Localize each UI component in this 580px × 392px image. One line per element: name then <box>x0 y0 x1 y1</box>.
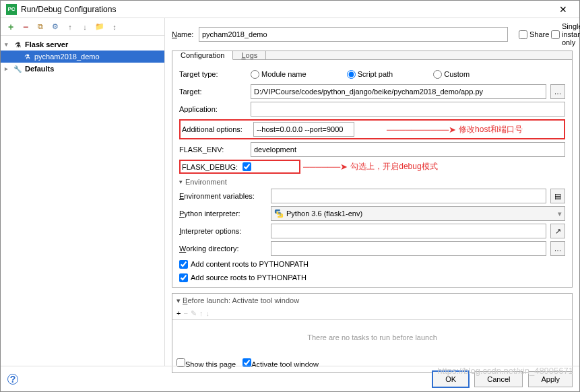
workdir-browse-button[interactable]: … <box>550 241 565 256</box>
chevron-down-icon: ▾ <box>5 41 13 48</box>
add-task-button[interactable]: + <box>176 309 181 318</box>
name-label: Name: <box>172 30 193 38</box>
interpreter-select[interactable]: Python 3.6 (flask1-env) ▾ <box>271 206 565 221</box>
collapse-icon[interactable]: ↕ <box>108 21 121 33</box>
add-config-button[interactable]: + <box>5 21 17 33</box>
interp-opts-input[interactable] <box>271 224 546 238</box>
arrow-icon: ──────➤ <box>300 162 350 172</box>
interpreter-label: Python interpreter: <box>179 209 267 218</box>
flask-debug-checkbox[interactable] <box>243 162 251 171</box>
flask-env-input[interactable] <box>251 142 565 157</box>
annotation-host: 修改host和端口号 <box>459 124 523 135</box>
annotation-debug: 勾选上，开启debug模式 <box>350 161 437 172</box>
task-up-button: ↑ <box>199 309 203 318</box>
expand-button[interactable]: ↗ <box>550 224 565 238</box>
content-roots-checkbox[interactable] <box>179 260 188 269</box>
up-icon[interactable]: ↑ <box>64 21 76 33</box>
before-launch-header[interactable]: ▾ Before launch: Activate tool window <box>172 294 572 308</box>
wrench-icon: 🔧 <box>13 64 22 73</box>
cancel-button[interactable]: Cancel <box>474 371 523 387</box>
window-title: Run/Debug Configurations <box>21 5 552 14</box>
additional-options-input[interactable] <box>253 122 354 137</box>
browse-button[interactable]: … <box>550 84 565 99</box>
copy-config-button[interactable]: ⧉ <box>34 21 46 33</box>
tasks-empty: There are no tasks to run before launch <box>172 319 572 354</box>
share-checkbox[interactable]: Share <box>519 30 540 39</box>
tree-label: Flask server <box>25 40 68 48</box>
chevron-right-icon: ▸ <box>5 65 13 72</box>
flask-debug-label: FLASK_DEBUG: <box>182 163 243 171</box>
tree-flask-server[interactable]: ▾ ⚗ Flask server <box>1 38 164 51</box>
ok-button[interactable]: OK <box>432 371 469 387</box>
tree-label: Defaults <box>25 65 54 73</box>
arrow-icon: ──────────➤ <box>384 125 459 135</box>
close-icon[interactable]: ✕ <box>552 4 574 15</box>
apply-button[interactable]: Apply <box>528 371 573 387</box>
target-type-label: Target type: <box>179 70 247 78</box>
caret-down-icon: ▾ <box>179 178 183 185</box>
source-roots-checkbox[interactable] <box>179 273 188 282</box>
python-icon <box>274 209 284 218</box>
flask-env-label: FLASK_ENV: <box>179 145 247 154</box>
radio-custom[interactable]: Custom <box>433 70 470 79</box>
tree-defaults[interactable]: ▸ 🔧 Defaults <box>1 63 164 75</box>
config-tree[interactable]: ▾ ⚗ Flask server ⚗ pycham2018_demo ▸ 🔧 D… <box>1 36 164 366</box>
folder-icon[interactable]: 📁 <box>94 21 106 33</box>
tab-logs[interactable]: Logs <box>233 51 266 59</box>
flask-icon: ⚗ <box>22 52 32 61</box>
application-label: Application: <box>179 105 247 113</box>
caret-down-icon: ▾ <box>176 296 181 304</box>
task-down-button: ↓ <box>205 309 210 318</box>
env-vars-browse-button[interactable]: ▤ <box>550 189 565 203</box>
interp-opts-label: Interpreter options: <box>179 227 267 235</box>
workdir-input[interactable] <box>271 241 546 256</box>
target-input[interactable] <box>251 84 546 99</box>
content-roots-label: Add content roots to PYTHONPATH <box>191 260 309 268</box>
remove-config-button[interactable]: − <box>20 21 32 33</box>
remove-task-button: − <box>183 309 187 318</box>
tree-label: pycham2018_demo <box>34 53 100 61</box>
single-instance-checkbox[interactable]: Single instance only <box>551 22 573 46</box>
tree-selected-config[interactable]: ⚗ pycham2018_demo <box>1 51 164 63</box>
additional-options-label: Additional options: <box>182 125 249 133</box>
settings-icon[interactable]: ⚙ <box>49 21 61 33</box>
down-icon[interactable]: ↓ <box>79 21 91 33</box>
workdir-label: Working directory: <box>179 244 267 253</box>
source-roots-label: Add source roots to PYTHONPATH <box>191 273 307 282</box>
target-label: Target: <box>179 88 247 96</box>
help-button[interactable]: ? <box>7 374 18 385</box>
chevron-down-icon: ▾ <box>558 209 562 218</box>
env-vars-label: Environment variables: <box>179 192 267 200</box>
edit-task-button: ✎ <box>191 309 197 318</box>
app-icon: PC <box>6 4 17 15</box>
flask-icon: ⚗ <box>13 40 22 49</box>
environment-section[interactable]: ▾ Environment <box>179 178 565 186</box>
env-vars-input[interactable] <box>271 189 546 203</box>
radio-script[interactable]: Script path <box>347 70 393 79</box>
application-input[interactable] <box>251 102 565 117</box>
radio-module[interactable]: Module name <box>251 70 307 79</box>
name-input[interactable] <box>199 27 508 42</box>
tab-configuration[interactable]: Configuration <box>172 51 233 60</box>
